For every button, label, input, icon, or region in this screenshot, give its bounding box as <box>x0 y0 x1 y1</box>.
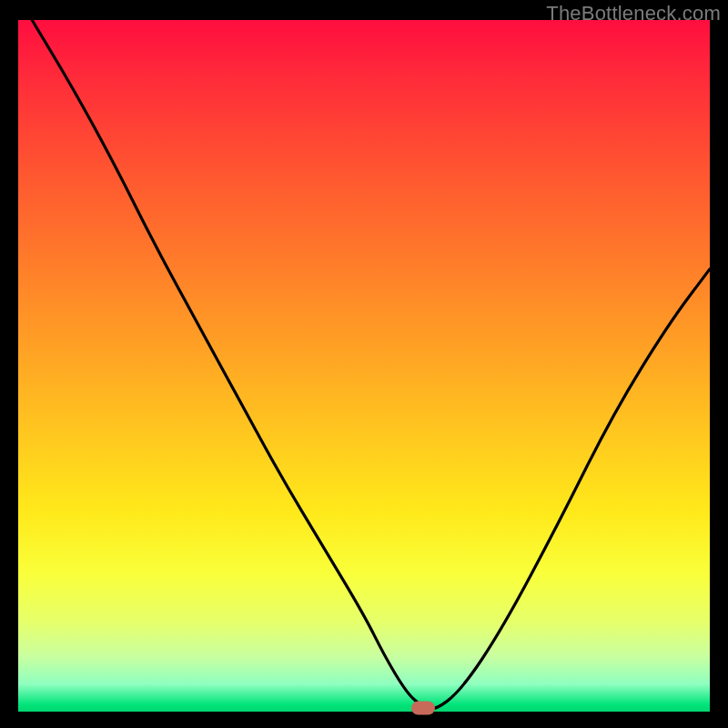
chart-stage: TheBottleneck.com <box>0 0 728 728</box>
watermark-text: TheBottleneck.com <box>546 2 721 25</box>
optimal-point-marker <box>411 702 435 715</box>
plot-frame <box>18 20 710 712</box>
curve-svg <box>18 20 710 712</box>
bottleneck-curve <box>32 20 710 709</box>
